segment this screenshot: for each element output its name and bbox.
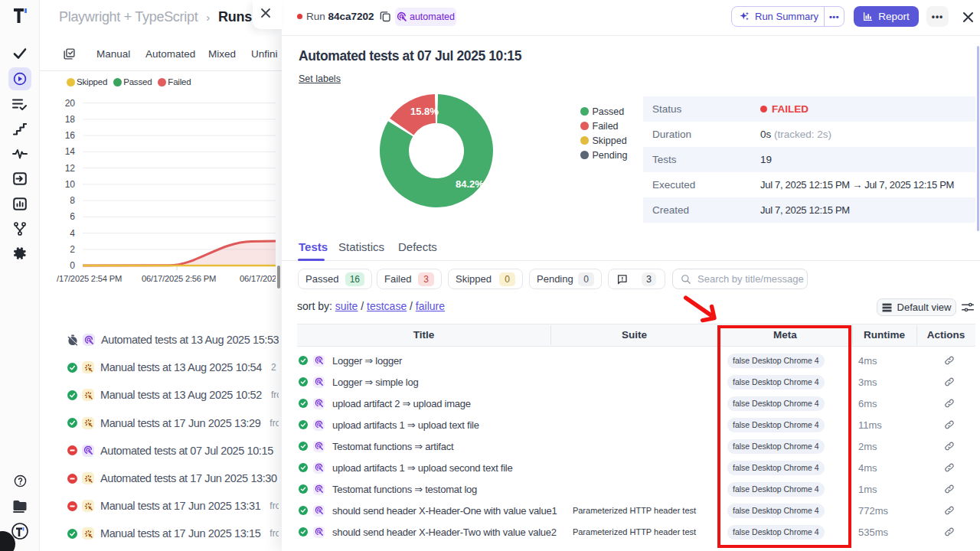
svg-text:2: 2 bbox=[70, 244, 75, 255]
svg-text:15.8%: 15.8% bbox=[410, 106, 439, 117]
svg-text:84.2%: 84.2% bbox=[456, 178, 484, 190]
svg-text:14: 14 bbox=[65, 146, 76, 157]
svg-text:06/17/2025: 06/17/2025 bbox=[240, 274, 276, 283]
svg-text:20: 20 bbox=[65, 98, 76, 109]
svg-text:16: 16 bbox=[65, 130, 76, 141]
svg-text:06/17/2025 2:56 PM: 06/17/2025 2:56 PM bbox=[142, 274, 216, 283]
svg-text:8: 8 bbox=[70, 195, 75, 206]
svg-text:10: 10 bbox=[65, 179, 76, 190]
svg-text:4: 4 bbox=[70, 228, 75, 239]
svg-text:12: 12 bbox=[65, 163, 76, 174]
svg-text:/17/2025 2:54 PM: /17/2025 2:54 PM bbox=[57, 274, 122, 283]
svg-text:18: 18 bbox=[65, 114, 76, 125]
svg-text:0: 0 bbox=[70, 260, 75, 271]
svg-text:6: 6 bbox=[70, 211, 75, 222]
